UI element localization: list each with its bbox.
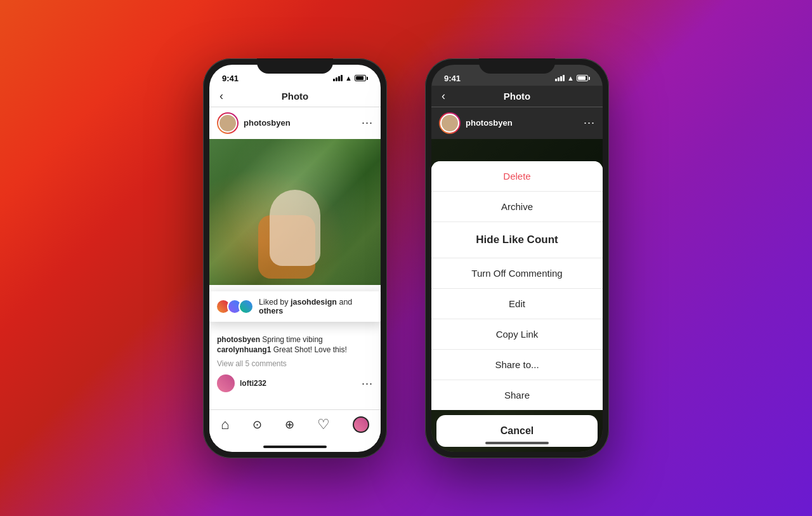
- status-icons-left: ▲: [333, 74, 368, 82]
- action-share[interactable]: Share: [431, 380, 603, 410]
- post-header-left: photosbyen ···: [209, 107, 381, 139]
- nav-title-left: Photo: [282, 91, 309, 102]
- poster-avatar-right[interactable]: [439, 112, 461, 134]
- more-options-left[interactable]: ···: [362, 116, 373, 129]
- add-comment-row: lofti232 ···: [209, 369, 381, 397]
- home-indicator-right: [485, 442, 549, 444]
- tooltip-avatar-3: [239, 299, 254, 314]
- nav-bar-right: ‹ Photo: [431, 86, 603, 107]
- notch-left: [257, 58, 333, 74]
- tooltip-text: Liked by jasohdesign and others: [259, 298, 374, 315]
- status-time-right: 9:41: [444, 74, 461, 83]
- create-nav-icon[interactable]: ⊕: [285, 418, 294, 432]
- post-caption: photosbyen Spring time vibing carolynhua…: [209, 327, 381, 359]
- activity-nav-icon[interactable]: ♡: [317, 416, 330, 433]
- back-button-left[interactable]: ‹: [219, 89, 223, 103]
- profile-nav-avatar[interactable]: [353, 416, 369, 433]
- poster-username-right[interactable]: photosbyen: [466, 118, 579, 128]
- more-options-right[interactable]: ···: [584, 116, 595, 129]
- liked-by-others: others: [259, 307, 283, 315]
- home-nav-icon[interactable]: ⌂: [221, 416, 229, 433]
- likes-tooltip: Liked by jasohdesign and others: [209, 291, 381, 322]
- screen-left: 9:41 ▲ ‹ Photo: [209, 65, 381, 452]
- action-turn-off-commenting[interactable]: Turn Off Commenting: [431, 258, 603, 289]
- action-sheet: Delete Archive Hide Like Count Turn Off …: [431, 161, 603, 410]
- action-share-to[interactable]: Share to...: [431, 350, 603, 380]
- commenter-username: lofti232: [240, 379, 266, 388]
- home-indicator-left: [263, 446, 327, 448]
- phone-left: 9:41 ▲ ‹ Photo: [203, 58, 387, 458]
- caption-username[interactable]: photosbyen: [217, 335, 260, 344]
- search-nav-icon[interactable]: ⊙: [252, 418, 262, 432]
- action-hide-like-count[interactable]: Hide Like Count: [431, 222, 603, 258]
- action-delete[interactable]: Delete: [431, 161, 603, 192]
- tooltip-avatar-group: [216, 299, 250, 314]
- comment-text-1: Great Shot! Love this!: [273, 345, 347, 354]
- commenter-avatar: [217, 374, 235, 392]
- liked-by-name[interactable]: jasohdesign: [291, 298, 337, 307]
- bottom-nav-left: ⌂ ⊙ ⊕ ♡: [209, 409, 381, 443]
- action-sheet-container: Delete Archive Hide Like Count Turn Off …: [431, 161, 603, 452]
- likes-row: Liked by jasohdesign and others: [209, 312, 381, 315]
- battery-icon-left: [355, 75, 368, 81]
- notch-right: [479, 58, 555, 74]
- action-copy-link[interactable]: Copy Link: [431, 319, 603, 350]
- poster-username-left[interactable]: photosbyen: [244, 118, 357, 128]
- nav-bar-left: ‹ Photo: [209, 86, 381, 107]
- view-comments[interactable]: View all 5 comments: [209, 358, 381, 369]
- battery-icon-right: [577, 75, 590, 81]
- action-edit[interactable]: Edit: [431, 289, 603, 319]
- status-icons-right: ▲: [555, 74, 590, 82]
- comment-more[interactable]: ···: [362, 377, 373, 390]
- poster-avatar-left[interactable]: [217, 112, 239, 134]
- screen-right: 9:41 ▲ ‹ Photo: [431, 65, 603, 452]
- status-time-left: 9:41: [222, 74, 239, 83]
- commenter-name-1[interactable]: carolynhuang1: [217, 345, 271, 354]
- nav-title-right: Photo: [504, 91, 531, 102]
- person1-silhouette: [270, 190, 320, 266]
- back-button-right[interactable]: ‹: [442, 89, 445, 103]
- phone-right: 9:41 ▲ ‹ Photo: [425, 58, 609, 458]
- wifi-icon-right: ▲: [567, 74, 574, 82]
- signal-icon-right: [555, 75, 565, 81]
- caption-text: Spring time vibing: [262, 335, 322, 344]
- wifi-icon-left: ▲: [345, 74, 352, 82]
- post-header-right: photosbyen ···: [431, 107, 603, 139]
- signal-icon-left: [333, 75, 343, 81]
- post-image-left: [209, 139, 381, 285]
- action-archive[interactable]: Archive: [431, 192, 603, 222]
